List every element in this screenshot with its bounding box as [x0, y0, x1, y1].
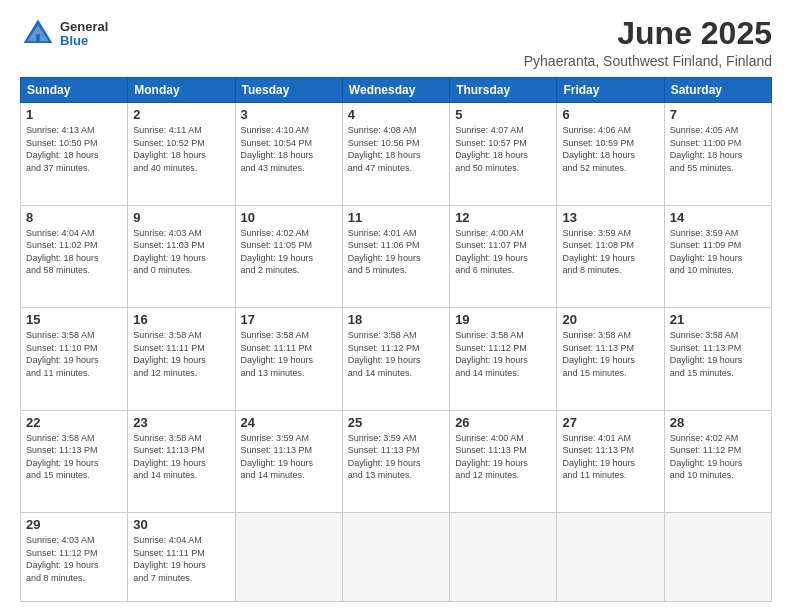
calendar-cell: 18Sunrise: 3:58 AM Sunset: 11:12 PM Dayl…: [342, 308, 449, 410]
day-number: 10: [241, 210, 337, 225]
calendar-cell: 12Sunrise: 4:00 AM Sunset: 11:07 PM Dayl…: [450, 205, 557, 307]
calendar-cell: 26Sunrise: 4:00 AM Sunset: 11:13 PM Dayl…: [450, 410, 557, 512]
calendar-cell: [557, 513, 664, 602]
calendar-cell: [664, 513, 771, 602]
col-saturday: Saturday: [664, 78, 771, 103]
day-info: Sunrise: 4:03 AM Sunset: 11:12 PM Daylig…: [26, 534, 122, 584]
calendar-cell: 29Sunrise: 4:03 AM Sunset: 11:12 PM Dayl…: [21, 513, 128, 602]
calendar-cell: 23Sunrise: 3:58 AM Sunset: 11:13 PM Dayl…: [128, 410, 235, 512]
calendar-cell: 14Sunrise: 3:59 AM Sunset: 11:09 PM Dayl…: [664, 205, 771, 307]
day-info: Sunrise: 4:05 AM Sunset: 11:00 PM Daylig…: [670, 124, 766, 174]
calendar-cell: [235, 513, 342, 602]
calendar-cell: 4Sunrise: 4:08 AM Sunset: 10:56 PM Dayli…: [342, 103, 449, 205]
logo-general-text: General: [60, 20, 108, 34]
page: General Blue June 2025 Pyhaeranta, South…: [0, 0, 792, 612]
day-number: 15: [26, 312, 122, 327]
day-number: 4: [348, 107, 444, 122]
day-number: 7: [670, 107, 766, 122]
day-info: Sunrise: 4:03 AM Sunset: 11:03 PM Daylig…: [133, 227, 229, 277]
day-info: Sunrise: 3:58 AM Sunset: 11:13 PM Daylig…: [670, 329, 766, 379]
header-row: Sunday Monday Tuesday Wednesday Thursday…: [21, 78, 772, 103]
day-info: Sunrise: 4:00 AM Sunset: 11:07 PM Daylig…: [455, 227, 551, 277]
calendar-week-2: 8Sunrise: 4:04 AM Sunset: 11:02 PM Dayli…: [21, 205, 772, 307]
calendar-cell: 8Sunrise: 4:04 AM Sunset: 11:02 PM Dayli…: [21, 205, 128, 307]
logo-blue-text: Blue: [60, 34, 108, 48]
day-number: 3: [241, 107, 337, 122]
day-info: Sunrise: 4:10 AM Sunset: 10:54 PM Daylig…: [241, 124, 337, 174]
main-title: June 2025: [524, 16, 772, 51]
day-number: 26: [455, 415, 551, 430]
calendar-cell: [450, 513, 557, 602]
calendar-cell: 21Sunrise: 3:58 AM Sunset: 11:13 PM Dayl…: [664, 308, 771, 410]
day-info: Sunrise: 4:11 AM Sunset: 10:52 PM Daylig…: [133, 124, 229, 174]
calendar-cell: 27Sunrise: 4:01 AM Sunset: 11:13 PM Dayl…: [557, 410, 664, 512]
day-number: 14: [670, 210, 766, 225]
header: General Blue June 2025 Pyhaeranta, South…: [20, 16, 772, 69]
calendar-cell: 20Sunrise: 3:58 AM Sunset: 11:13 PM Dayl…: [557, 308, 664, 410]
day-number: 17: [241, 312, 337, 327]
col-monday: Monday: [128, 78, 235, 103]
day-number: 5: [455, 107, 551, 122]
calendar-cell: [342, 513, 449, 602]
day-number: 27: [562, 415, 658, 430]
day-number: 24: [241, 415, 337, 430]
day-info: Sunrise: 4:00 AM Sunset: 11:13 PM Daylig…: [455, 432, 551, 482]
calendar-cell: 9Sunrise: 4:03 AM Sunset: 11:03 PM Dayli…: [128, 205, 235, 307]
day-info: Sunrise: 3:59 AM Sunset: 11:08 PM Daylig…: [562, 227, 658, 277]
day-number: 6: [562, 107, 658, 122]
col-wednesday: Wednesday: [342, 78, 449, 103]
day-number: 16: [133, 312, 229, 327]
day-info: Sunrise: 4:08 AM Sunset: 10:56 PM Daylig…: [348, 124, 444, 174]
day-number: 1: [26, 107, 122, 122]
day-number: 13: [562, 210, 658, 225]
day-info: Sunrise: 4:07 AM Sunset: 10:57 PM Daylig…: [455, 124, 551, 174]
day-info: Sunrise: 4:02 AM Sunset: 11:05 PM Daylig…: [241, 227, 337, 277]
logo: General Blue: [20, 16, 108, 52]
day-number: 12: [455, 210, 551, 225]
logo-icon: [20, 16, 56, 52]
day-info: Sunrise: 3:58 AM Sunset: 11:12 PM Daylig…: [455, 329, 551, 379]
day-info: Sunrise: 4:06 AM Sunset: 10:59 PM Daylig…: [562, 124, 658, 174]
calendar-cell: 5Sunrise: 4:07 AM Sunset: 10:57 PM Dayli…: [450, 103, 557, 205]
day-info: Sunrise: 3:58 AM Sunset: 11:13 PM Daylig…: [133, 432, 229, 482]
calendar-week-3: 15Sunrise: 3:58 AM Sunset: 11:10 PM Dayl…: [21, 308, 772, 410]
calendar-week-4: 22Sunrise: 3:58 AM Sunset: 11:13 PM Dayl…: [21, 410, 772, 512]
day-number: 18: [348, 312, 444, 327]
calendar-cell: 2Sunrise: 4:11 AM Sunset: 10:52 PM Dayli…: [128, 103, 235, 205]
day-info: Sunrise: 3:58 AM Sunset: 11:13 PM Daylig…: [562, 329, 658, 379]
day-info: Sunrise: 4:01 AM Sunset: 11:13 PM Daylig…: [562, 432, 658, 482]
calendar-cell: 6Sunrise: 4:06 AM Sunset: 10:59 PM Dayli…: [557, 103, 664, 205]
calendar-cell: 13Sunrise: 3:59 AM Sunset: 11:08 PM Dayl…: [557, 205, 664, 307]
calendar-cell: 7Sunrise: 4:05 AM Sunset: 11:00 PM Dayli…: [664, 103, 771, 205]
col-sunday: Sunday: [21, 78, 128, 103]
day-info: Sunrise: 3:58 AM Sunset: 11:11 PM Daylig…: [241, 329, 337, 379]
day-info: Sunrise: 3:58 AM Sunset: 11:13 PM Daylig…: [26, 432, 122, 482]
day-number: 23: [133, 415, 229, 430]
col-friday: Friday: [557, 78, 664, 103]
calendar-cell: 10Sunrise: 4:02 AM Sunset: 11:05 PM Dayl…: [235, 205, 342, 307]
day-info: Sunrise: 4:02 AM Sunset: 11:12 PM Daylig…: [670, 432, 766, 482]
calendar-cell: 16Sunrise: 3:58 AM Sunset: 11:11 PM Dayl…: [128, 308, 235, 410]
calendar-cell: 3Sunrise: 4:10 AM Sunset: 10:54 PM Dayli…: [235, 103, 342, 205]
calendar-week-5: 29Sunrise: 4:03 AM Sunset: 11:12 PM Dayl…: [21, 513, 772, 602]
day-info: Sunrise: 3:58 AM Sunset: 11:11 PM Daylig…: [133, 329, 229, 379]
calendar-cell: 19Sunrise: 3:58 AM Sunset: 11:12 PM Dayl…: [450, 308, 557, 410]
col-thursday: Thursday: [450, 78, 557, 103]
logo-text: General Blue: [60, 20, 108, 49]
day-number: 25: [348, 415, 444, 430]
calendar-cell: 22Sunrise: 3:58 AM Sunset: 11:13 PM Dayl…: [21, 410, 128, 512]
day-info: Sunrise: 3:59 AM Sunset: 11:13 PM Daylig…: [241, 432, 337, 482]
calendar-week-1: 1Sunrise: 4:13 AM Sunset: 10:50 PM Dayli…: [21, 103, 772, 205]
calendar: Sunday Monday Tuesday Wednesday Thursday…: [20, 77, 772, 602]
title-block: June 2025 Pyhaeranta, Southwest Finland,…: [524, 16, 772, 69]
day-number: 30: [133, 517, 229, 532]
calendar-cell: 1Sunrise: 4:13 AM Sunset: 10:50 PM Dayli…: [21, 103, 128, 205]
day-number: 22: [26, 415, 122, 430]
day-number: 21: [670, 312, 766, 327]
day-info: Sunrise: 4:04 AM Sunset: 11:11 PM Daylig…: [133, 534, 229, 584]
day-number: 9: [133, 210, 229, 225]
day-info: Sunrise: 3:58 AM Sunset: 11:10 PM Daylig…: [26, 329, 122, 379]
day-number: 19: [455, 312, 551, 327]
day-number: 29: [26, 517, 122, 532]
day-number: 28: [670, 415, 766, 430]
